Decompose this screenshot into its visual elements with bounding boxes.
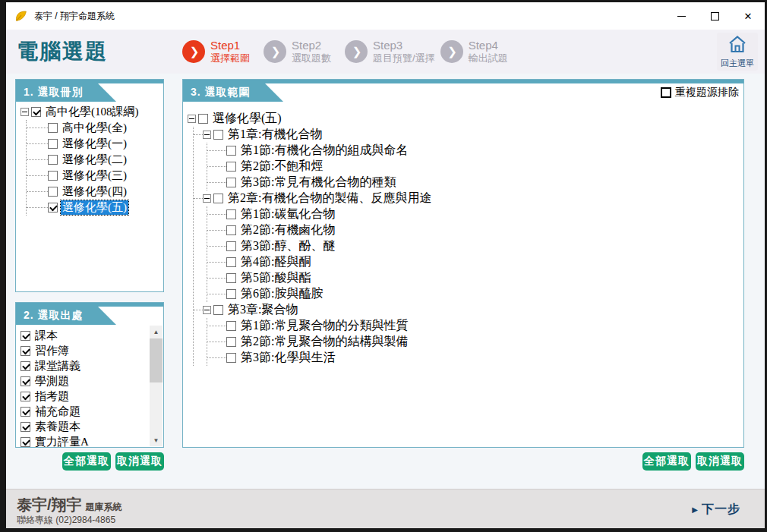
- tree-label[interactable]: 選修化學(五): [61, 200, 128, 215]
- tree-checkbox[interactable]: [226, 241, 236, 251]
- close-button[interactable]: ✕: [731, 2, 765, 30]
- volume-row: 選修化學(一): [27, 136, 162, 152]
- home-label: 回主選單: [717, 58, 758, 69]
- tree-checkbox[interactable]: [226, 257, 236, 267]
- tree-expander-icon[interactable]: [203, 194, 211, 203]
- tree-label[interactable]: 第2章:有機化合物的製備、反應與用途: [226, 190, 433, 206]
- source-checkbox[interactable]: [21, 422, 30, 432]
- tree-label[interactable]: 選修化學(二): [61, 153, 128, 167]
- tree-label[interactable]: 第1節:常見聚合物的分類與性質: [239, 318, 409, 334]
- scrollbar-thumb[interactable]: [150, 338, 163, 382]
- tree-checkbox[interactable]: [48, 171, 58, 181]
- tree-checkbox[interactable]: [213, 194, 223, 203]
- tree-label[interactable]: 第4節:醛與酮: [239, 254, 312, 270]
- tree-checkbox[interactable]: [48, 155, 58, 165]
- maximize-button[interactable]: [698, 2, 731, 30]
- tree-checkbox[interactable]: [226, 289, 236, 299]
- tree-label[interactable]: 選修化學(一): [61, 137, 128, 151]
- step-4[interactable]: ❯Step4輸出試題: [440, 39, 516, 65]
- tree-label[interactable]: 第1節:碳氫化合物: [239, 206, 336, 222]
- step-sublabel: 選取題數: [292, 52, 331, 65]
- tree-checkbox[interactable]: [226, 353, 236, 363]
- tree-label[interactable]: 選修化學(三): [61, 168, 128, 183]
- tree-label[interactable]: 第2節:不飽和烴: [239, 159, 324, 175]
- source-label[interactable]: 學測題: [33, 374, 71, 389]
- tree-expander-icon[interactable]: [188, 115, 196, 123]
- step-nav: ❯Step1選擇範圍❯Step2選取題數❯Step3題目預覽/選擇❯Step4輸…: [182, 30, 516, 74]
- source-label[interactable]: 習作簿: [33, 344, 71, 358]
- tree-label[interactable]: 選修化學(五): [211, 111, 283, 127]
- step-2[interactable]: ❯Step2選取題數: [264, 39, 339, 65]
- tree-label[interactable]: 第3節:常見有機化合物的種類: [239, 175, 397, 190]
- tree-checkbox[interactable]: [198, 114, 208, 124]
- tree-label[interactable]: 選修化學(四): [61, 184, 128, 199]
- tree-connector: [27, 159, 48, 160]
- tree-connector: [207, 278, 226, 279]
- tree-label[interactable]: 第1章:有機化合物: [226, 127, 324, 143]
- step-1[interactable]: ❯Step1選擇範圍: [182, 39, 258, 65]
- tree-label[interactable]: 高中化學(全): [61, 121, 128, 135]
- minimize-button[interactable]: [664, 2, 698, 30]
- tree-label[interactable]: 第3節:化學與生活: [239, 350, 336, 366]
- tree-label[interactable]: 高中化學(108課綱): [44, 105, 140, 119]
- tree-checkbox[interactable]: [226, 321, 236, 331]
- source-row: 課堂講義: [21, 358, 163, 373]
- source-label[interactable]: 素養題本: [33, 420, 82, 434]
- tree-label[interactable]: 第6節:胺與醯胺: [239, 286, 324, 302]
- source-checkbox[interactable]: [21, 346, 30, 356]
- tree-expander-icon[interactable]: [21, 108, 29, 116]
- tree-checkbox[interactable]: [48, 139, 58, 149]
- source-checkbox[interactable]: [21, 437, 30, 447]
- source-label[interactable]: 補充命題: [33, 405, 82, 419]
- source-checkbox[interactable]: [21, 407, 30, 417]
- tree-checkbox[interactable]: [226, 209, 236, 219]
- tree-connector: [194, 310, 203, 310]
- home-button[interactable]: 回主選單: [717, 33, 758, 71]
- source-label[interactable]: 課堂講義: [33, 359, 82, 373]
- brand-name: 泰宇/翔宇: [17, 496, 82, 513]
- panel2-deselect-button[interactable]: 取消選取: [115, 452, 164, 471]
- tree-label[interactable]: 第5節:酸與酯: [239, 270, 312, 286]
- tree-expander-icon[interactable]: [203, 306, 211, 314]
- source-checkbox[interactable]: [21, 331, 30, 341]
- scroll-down-icon[interactable]: ▼: [150, 434, 163, 446]
- source-label[interactable]: 實力評量A: [33, 435, 90, 448]
- next-step-button[interactable]: ▶ 下一步: [692, 502, 740, 518]
- tree-checkbox[interactable]: [48, 203, 58, 212]
- tree-checkbox[interactable]: [226, 337, 236, 347]
- scroll-up-icon[interactable]: ▲: [150, 326, 163, 338]
- source-checkbox[interactable]: [21, 376, 30, 386]
- tree-checkbox[interactable]: [213, 305, 223, 315]
- tree-checkbox[interactable]: [226, 146, 236, 156]
- panel3-select-all-button[interactable]: 全部選取: [642, 452, 691, 471]
- source-list-scrollbar[interactable]: ▲ ▼: [150, 326, 163, 446]
- tree-label[interactable]: 第1節:有機化合物的組成與命名: [239, 143, 409, 159]
- duplicate-source-filter[interactable]: 重複題源排除: [661, 86, 739, 99]
- tree-connector: [207, 326, 226, 326]
- tree-checkbox[interactable]: [48, 123, 58, 133]
- source-checkbox[interactable]: [21, 392, 30, 401]
- step-text: Step1選擇範圍: [210, 39, 250, 65]
- tree-checkbox[interactable]: [213, 130, 223, 140]
- source-label[interactable]: 指考題: [33, 389, 71, 404]
- tree-checkbox[interactable]: [31, 107, 41, 117]
- panel3-deselect-button[interactable]: 取消選取: [696, 452, 744, 471]
- tree-connector: [27, 207, 48, 208]
- tree-label[interactable]: 第3章:聚合物: [226, 302, 299, 318]
- tree-checkbox[interactable]: [226, 178, 236, 187]
- panel2-select-all-button[interactable]: 全部選取: [62, 452, 111, 471]
- duplicate-filter-checkbox[interactable]: [661, 87, 671, 98]
- tree-checkbox[interactable]: [48, 187, 58, 197]
- tree-label[interactable]: 第2節:常見聚合物的結構與製備: [239, 334, 409, 350]
- tree-expander-icon[interactable]: [203, 131, 211, 139]
- source-label[interactable]: 課本: [33, 329, 59, 343]
- step-name: Step3: [373, 39, 435, 52]
- step-3[interactable]: ❯Step3題目預覽/選擇: [345, 39, 435, 65]
- tree-label[interactable]: 第2節:有機鹵化物: [239, 222, 336, 238]
- tree-label[interactable]: 第3節:醇、酚、醚: [239, 238, 336, 254]
- tree-checkbox[interactable]: [226, 273, 236, 283]
- titlebar: 泰宇 / 翔宇命題系統 ✕: [6, 2, 765, 30]
- tree-checkbox[interactable]: [226, 225, 236, 235]
- tree-checkbox[interactable]: [226, 162, 236, 172]
- source-checkbox[interactable]: [21, 361, 30, 371]
